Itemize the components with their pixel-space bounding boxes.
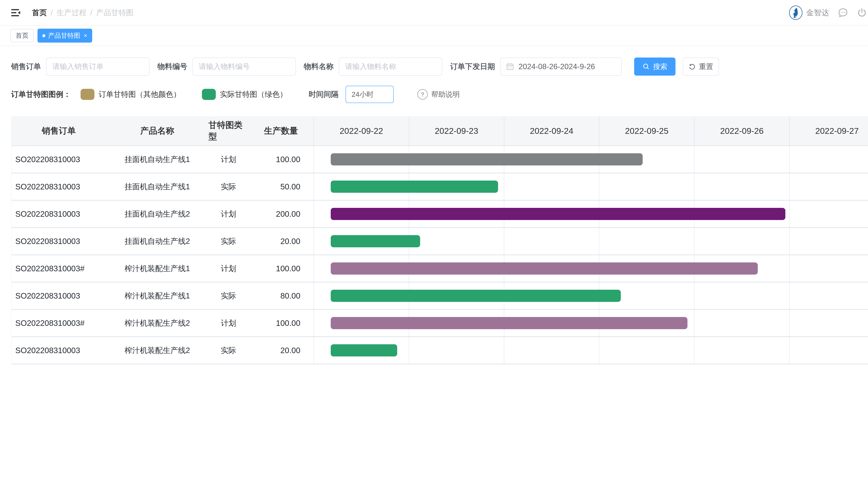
cell-product-name: 榨汁机装配生产线1 bbox=[106, 283, 209, 309]
search-icon bbox=[642, 63, 650, 70]
sales-order-label: 销售订单 bbox=[11, 61, 41, 71]
calendar-icon bbox=[506, 62, 515, 71]
active-tab-dot bbox=[42, 34, 45, 37]
cell-sales-order: SO202208310003# bbox=[11, 255, 106, 282]
breadcrumb: 首页 / 生产过程 / 产品甘特图 bbox=[32, 8, 133, 18]
cell-product-name: 挂面机自动生产线1 bbox=[106, 173, 209, 200]
header-date: 2022-09-22 bbox=[313, 116, 409, 145]
message-icon[interactable] bbox=[837, 7, 848, 18]
header-date: 2022-09-26 bbox=[694, 116, 789, 145]
page: { "header": { "breadcrumb": { "home": "首… bbox=[0, 0, 868, 488]
cell-product-name: 榨汁机装配生产线2 bbox=[106, 310, 209, 336]
search-button[interactable]: 搜索 bbox=[634, 58, 676, 76]
search-button-label: 搜索 bbox=[653, 62, 667, 71]
breadcrumb-home[interactable]: 首页 bbox=[32, 8, 47, 18]
help-button[interactable]: ? 帮助说明 bbox=[417, 89, 460, 99]
gantt-bar[interactable] bbox=[331, 208, 785, 220]
table-row: SO202208310003 榨汁机装配生产线2 实际 20.00 bbox=[11, 337, 868, 365]
cell-quantity: 20.00 bbox=[248, 337, 313, 364]
reset-button[interactable]: 重置 bbox=[683, 58, 719, 76]
user-menu[interactable]: 金智达 bbox=[789, 5, 829, 20]
header-date: 2022-09-25 bbox=[599, 116, 694, 145]
gantt-bar[interactable] bbox=[331, 262, 758, 275]
order-date-range-input[interactable]: 2024-08-26-2024-9-26 bbox=[500, 58, 622, 76]
legend-title: 订单甘特图图例： bbox=[11, 89, 71, 99]
gantt-track bbox=[313, 173, 868, 200]
actual-gantt-legend-label: 实际甘特图（绿色） bbox=[220, 89, 287, 99]
breadcrumb-separator: / bbox=[90, 8, 92, 17]
table-row: SO202208310003 挂面机自动生产线2 计划 200.00 bbox=[11, 201, 868, 228]
header-date: 2022-09-27 bbox=[789, 116, 868, 145]
cell-gantt-type: 计划 bbox=[209, 146, 248, 173]
cell-gantt-type: 实际 bbox=[209, 228, 248, 254]
help-label: 帮助说明 bbox=[431, 90, 460, 99]
cell-quantity: 100.00 bbox=[248, 146, 313, 173]
logout-button[interactable]: 退出 bbox=[857, 7, 868, 18]
gantt-track bbox=[313, 201, 868, 227]
main-content: 销售订单 物料编号 物料名称 订单下发日期 bbox=[0, 58, 868, 365]
tab-home[interactable]: 首页 bbox=[10, 29, 34, 42]
cell-sales-order: SO202208310003 bbox=[11, 228, 106, 254]
cell-quantity: 100.00 bbox=[248, 255, 313, 282]
gantt-bar[interactable] bbox=[331, 180, 498, 193]
cell-gantt-type: 计划 bbox=[209, 255, 248, 282]
cell-gantt-type: 实际 bbox=[209, 337, 248, 364]
legend-bar: 订单甘特图图例： 订单甘特图（其他颜色） 实际甘特图（绿色） 时间间隔 24小时… bbox=[11, 86, 868, 103]
cell-product-name: 榨汁机装配生产线1 bbox=[106, 255, 209, 282]
table-row: SO202208310003 挂面机自动生产线2 实际 20.00 bbox=[11, 228, 868, 255]
header-date: 2022-09-23 bbox=[409, 116, 504, 145]
gantt-bar[interactable] bbox=[331, 235, 420, 247]
reset-button-label: 重置 bbox=[699, 62, 713, 71]
gantt-track bbox=[313, 228, 868, 254]
cell-gantt-type: 实际 bbox=[209, 173, 248, 200]
question-icon: ? bbox=[417, 89, 428, 99]
gantt-bar[interactable] bbox=[331, 317, 687, 329]
cell-gantt-type: 实际 bbox=[209, 283, 248, 309]
cell-product-name: 挂面机自动生产线2 bbox=[106, 228, 209, 254]
gantt-track bbox=[313, 283, 868, 309]
top-header: 首页 / 生产过程 / 产品甘特图 金智达 bbox=[0, 0, 868, 26]
cell-sales-order: SO202208310003# bbox=[11, 310, 106, 336]
gantt-bar[interactable] bbox=[331, 290, 621, 302]
cell-quantity: 200.00 bbox=[248, 201, 313, 227]
table-row: SO202208310003# 榨汁机装配生产线2 计划 100.00 bbox=[11, 310, 868, 337]
actual-gantt-swatch bbox=[202, 89, 216, 100]
table-row: SO202208310003 榨汁机装配生产线1 实际 80.00 bbox=[11, 283, 868, 310]
tab-bar: 首页 产品甘特图 × bbox=[0, 26, 868, 46]
table-row: SO202208310003 挂面机自动生产线1 计划 100.00 bbox=[11, 146, 868, 173]
material-name-label: 物料名称 bbox=[304, 61, 334, 71]
interval-value: 24小时 bbox=[351, 90, 374, 99]
cell-sales-order: SO202208310003 bbox=[11, 201, 106, 227]
material-code-input[interactable] bbox=[192, 58, 296, 76]
tab-home-label: 首页 bbox=[16, 31, 28, 40]
table-row: SO202208310003 挂面机自动生产线1 实际 50.00 bbox=[11, 173, 868, 201]
cell-quantity: 50.00 bbox=[248, 173, 313, 200]
interval-select[interactable]: 24小时 bbox=[345, 86, 394, 103]
table-header-row: 销售订单 产品名称 甘特图类型 生产数量 2022-09-22 2022-09-… bbox=[11, 116, 868, 146]
tab-close-icon[interactable]: × bbox=[84, 32, 87, 39]
gantt-table: 销售订单 产品名称 甘特图类型 生产数量 2022-09-22 2022-09-… bbox=[11, 116, 868, 365]
interval-label: 时间间隔 bbox=[309, 89, 339, 99]
material-name-input[interactable] bbox=[339, 58, 442, 76]
gantt-track bbox=[313, 146, 868, 173]
tab-product-gantt[interactable]: 产品甘特图 × bbox=[37, 29, 92, 42]
sidebar-collapse-icon[interactable] bbox=[10, 7, 21, 18]
order-gantt-legend-label: 订单甘特图（其他颜色） bbox=[99, 89, 181, 99]
cell-sales-order: SO202208310003 bbox=[11, 337, 106, 364]
cell-sales-order: SO202208310003 bbox=[11, 146, 106, 173]
cell-product-name: 榨汁机装配生产线2 bbox=[106, 337, 209, 364]
cell-product-name: 挂面机自动生产线2 bbox=[106, 201, 209, 227]
order-gantt-swatch bbox=[81, 89, 94, 100]
table-body: SO202208310003 挂面机自动生产线1 计划 100.00 SO202… bbox=[11, 146, 868, 365]
cell-gantt-type: 计划 bbox=[209, 310, 248, 336]
company-logo-icon bbox=[789, 5, 803, 20]
sales-order-input[interactable] bbox=[46, 58, 150, 76]
breadcrumb-separator: / bbox=[51, 8, 53, 17]
filter-bar: 销售订单 物料编号 物料名称 订单下发日期 bbox=[11, 58, 868, 76]
gantt-bar[interactable] bbox=[331, 344, 397, 356]
header-right: 金智达 退出 bbox=[789, 5, 868, 20]
tab-product-gantt-label: 产品甘特图 bbox=[48, 31, 80, 40]
material-code-label: 物料编号 bbox=[157, 61, 187, 71]
gantt-bar[interactable] bbox=[331, 153, 643, 166]
power-icon bbox=[857, 8, 867, 18]
